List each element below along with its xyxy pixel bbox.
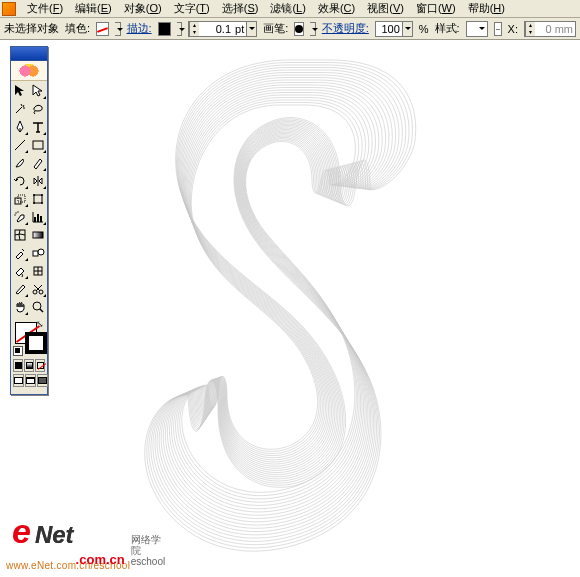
opacity-input[interactable] <box>375 21 413 37</box>
screen-mode-normal[interactable] <box>13 374 24 387</box>
color-mode-button[interactable] <box>13 359 23 372</box>
menu-filter[interactable]: 滤镜(L) <box>265 0 310 17</box>
opacity-field[interactable] <box>376 23 402 35</box>
toolbox: ⤡ <box>10 46 48 395</box>
canvas[interactable] <box>0 40 580 577</box>
scale-tool[interactable] <box>11 190 29 208</box>
scissors-tool[interactable] <box>29 280 47 298</box>
x-field[interactable] <box>535 23 575 35</box>
opacity-unit: % <box>419 23 429 35</box>
menu-view[interactable]: 视图(V) <box>362 0 409 17</box>
pen-tool[interactable] <box>11 118 29 136</box>
menu-select[interactable]: 选择(S) <box>217 0 264 17</box>
svg-rect-13 <box>40 216 42 222</box>
svg-point-6 <box>33 202 35 204</box>
svg-point-4 <box>33 194 35 196</box>
stroke-weight-field[interactable] <box>199 23 233 35</box>
opacity-dropdown[interactable] <box>402 22 412 36</box>
screen-mode-full[interactable] <box>37 374 48 387</box>
app-icon <box>2 2 16 16</box>
live-paint-tool[interactable] <box>11 262 29 280</box>
brush-label: 画笔: <box>263 21 288 36</box>
svg-point-17 <box>38 249 44 255</box>
svg-rect-12 <box>37 214 39 222</box>
blend-tool[interactable] <box>29 244 47 262</box>
svg-rect-3 <box>34 195 42 203</box>
magic-wand-tool[interactable] <box>11 100 29 118</box>
svg-rect-11 <box>34 217 36 222</box>
rectangle-tool[interactable] <box>29 136 47 154</box>
color-mode-row <box>11 358 47 373</box>
toolbox-titlebar[interactable] <box>11 47 47 61</box>
opacity-label[interactable]: 不透明度: <box>322 21 369 36</box>
direct-selection-tool[interactable] <box>29 82 47 100</box>
fill-swatch[interactable] <box>96 22 109 36</box>
gradient-tool[interactable] <box>29 226 47 244</box>
watermark-com: .com.cn <box>76 552 125 567</box>
reference-point-icon[interactable] <box>494 22 502 36</box>
stroke-label[interactable]: 描边: <box>127 21 152 36</box>
fill-dropdown[interactable] <box>115 22 120 36</box>
stroke-dropdown[interactable] <box>177 22 182 36</box>
fill-stroke-control[interactable]: ⤡ <box>13 320 45 356</box>
svg-rect-15 <box>33 232 43 238</box>
x-label: X: <box>508 23 518 35</box>
none-mode-button[interactable] <box>35 359 45 372</box>
screen-mode-full-menu[interactable] <box>25 374 36 387</box>
selection-tool[interactable] <box>11 82 29 100</box>
rotate-tool[interactable] <box>11 172 29 190</box>
type-tool[interactable] <box>29 118 47 136</box>
menu-file[interactable]: 文件(F) <box>22 0 68 17</box>
stroke-swatch[interactable] <box>158 22 171 36</box>
style-select[interactable] <box>466 21 488 37</box>
flower-icon <box>19 64 39 78</box>
svg-point-5 <box>41 194 43 196</box>
graph-tool[interactable] <box>29 208 47 226</box>
brush-preview[interactable] <box>294 22 304 36</box>
menu-bar: 文件(F) 编辑(E) 对象(O) 文字(T) 选择(S) 滤镜(L) 效果(C… <box>0 0 580 18</box>
menu-object[interactable]: 对象(O) <box>119 0 167 17</box>
svg-point-7 <box>41 202 43 204</box>
lasso-tool[interactable] <box>29 100 47 118</box>
style-label: 样式: <box>435 21 460 36</box>
artwork-s-blend <box>90 40 470 560</box>
svg-point-10 <box>14 214 15 215</box>
stroke-weight-input[interactable]: ▴▾ pt <box>188 21 257 37</box>
paintbrush-tool[interactable] <box>11 154 29 172</box>
free-transform-tool[interactable] <box>29 190 47 208</box>
menu-effect[interactable]: 效果(C) <box>313 0 360 17</box>
screen-mode-row <box>11 373 47 390</box>
svg-point-8 <box>15 212 16 213</box>
eyedropper-tool[interactable] <box>11 244 29 262</box>
svg-point-9 <box>17 211 18 212</box>
toolbox-brand <box>11 61 47 81</box>
svg-rect-16 <box>33 251 38 256</box>
stroke-unit: pt <box>233 23 246 35</box>
svg-rect-0 <box>33 141 43 149</box>
tool-grid <box>11 81 47 317</box>
menu-edit[interactable]: 编辑(E) <box>70 0 117 17</box>
menu-window[interactable]: 窗口(W) <box>411 0 461 17</box>
mesh-tool[interactable] <box>11 226 29 244</box>
stroke-indicator[interactable] <box>25 332 47 354</box>
selection-status: 未选择对象 <box>4 21 59 36</box>
pencil-tool[interactable] <box>29 154 47 172</box>
slice-tool[interactable] <box>11 280 29 298</box>
symbol-sprayer-tool[interactable] <box>11 208 29 226</box>
menu-help[interactable]: 帮助(H) <box>463 0 510 17</box>
reflect-tool[interactable] <box>29 172 47 190</box>
gradient-mode-button[interactable] <box>24 359 34 372</box>
stroke-weight-dropdown[interactable] <box>246 22 256 36</box>
x-input[interactable]: ▴▾ <box>524 21 576 37</box>
menu-type[interactable]: 文字(T) <box>169 0 215 17</box>
zoom-tool[interactable] <box>29 298 47 316</box>
line-tool[interactable] <box>11 136 29 154</box>
live-paint-selection-tool[interactable] <box>29 262 47 280</box>
watermark-cn: 网络学院 eschool <box>131 534 165 567</box>
brush-dropdown[interactable] <box>310 22 315 36</box>
hand-tool[interactable] <box>11 298 29 316</box>
watermark-net: Net <box>35 521 74 549</box>
watermark: e Net .com.cn 网络学院 eschool www.eNet.com.… <box>6 562 130 571</box>
default-fill-stroke-icon[interactable] <box>13 346 23 356</box>
control-bar: 未选择对象 填色: 描边: ▴▾ pt 画笔: 不透明度: % 样式: X: ▴… <box>0 18 580 40</box>
